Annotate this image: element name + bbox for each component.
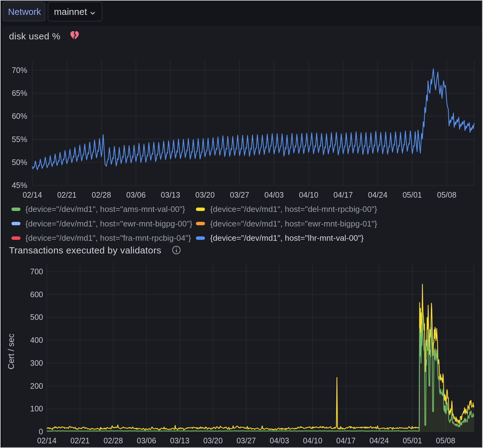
svg-text:04/24: 04/24 <box>370 436 389 445</box>
svg-text:65%: 65% <box>12 89 27 97</box>
svg-text:200: 200 <box>30 382 43 390</box>
svg-text:05/08: 05/08 <box>437 190 457 199</box>
svg-text:700: 700 <box>30 267 43 276</box>
svg-text:0: 0 <box>39 427 43 436</box>
svg-text:45%: 45% <box>12 181 27 190</box>
svg-text:02/14: 02/14 <box>37 436 57 445</box>
svg-text:04/03: 04/03 <box>264 190 284 199</box>
svg-text:300: 300 <box>30 359 43 367</box>
svg-text:100: 100 <box>30 404 43 413</box>
svg-text:04/10: 04/10 <box>303 436 322 445</box>
svg-text:05/08: 05/08 <box>436 436 455 445</box>
svg-text:03/06: 03/06 <box>137 436 156 445</box>
svg-text:02/14: 02/14 <box>23 190 42 199</box>
svg-text:02/21: 02/21 <box>57 190 77 199</box>
svg-text:02/21: 02/21 <box>70 436 90 445</box>
svg-text:500: 500 <box>30 313 43 321</box>
svg-text:04/24: 04/24 <box>368 190 388 199</box>
svg-text:02/28: 02/28 <box>92 190 111 199</box>
svg-text:04/03: 04/03 <box>270 436 289 445</box>
svg-text:04/17: 04/17 <box>336 436 356 445</box>
svg-text:400: 400 <box>30 336 43 344</box>
svg-text:03/06: 03/06 <box>126 190 146 199</box>
svg-text:Cert / sec: Cert / sec <box>7 334 16 370</box>
svg-text:70%: 70% <box>12 66 27 74</box>
svg-text:50%: 50% <box>12 158 27 167</box>
svg-text:04/17: 04/17 <box>334 190 353 199</box>
svg-text:03/20: 03/20 <box>195 190 215 199</box>
svg-text:04/10: 04/10 <box>299 190 318 199</box>
svg-text:60%: 60% <box>12 112 27 120</box>
svg-text:55%: 55% <box>12 135 27 144</box>
svg-text:03/13: 03/13 <box>170 436 190 445</box>
svg-text:600: 600 <box>30 290 43 299</box>
svg-text:03/27: 03/27 <box>230 190 249 199</box>
svg-text:02/28: 02/28 <box>104 436 123 445</box>
svg-text:03/20: 03/20 <box>203 436 223 445</box>
svg-text:05/01: 05/01 <box>403 436 422 445</box>
svg-text:03/13: 03/13 <box>161 190 180 199</box>
svg-text:05/01: 05/01 <box>402 190 422 199</box>
svg-text:03/27: 03/27 <box>237 436 256 445</box>
